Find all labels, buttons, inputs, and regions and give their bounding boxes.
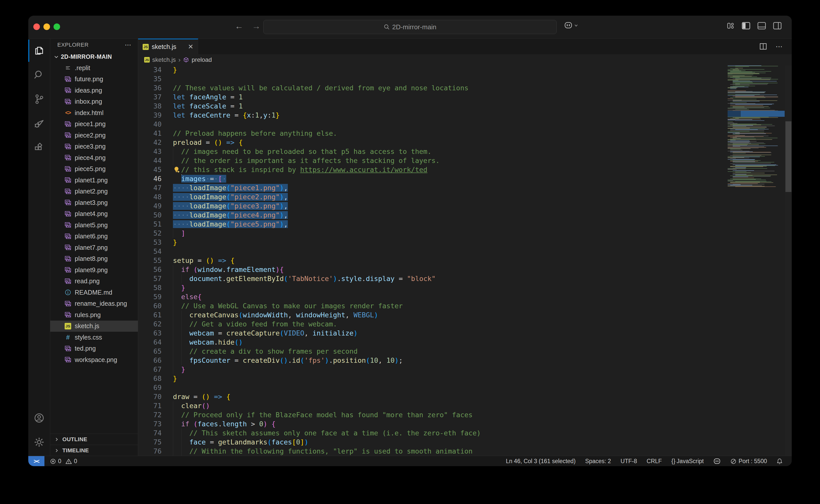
- code-line-50[interactable]: 50····loadImage("piece4.png"),: [138, 211, 792, 220]
- file-item-styles.css[interactable]: #styles.css: [50, 332, 138, 343]
- copilot-icon[interactable]: [713, 458, 721, 465]
- folder-root[interactable]: 2D-MIRROR-MAIN: [50, 51, 138, 62]
- file-item-inbox.png[interactable]: inbox.png: [50, 96, 138, 107]
- code-line-45[interactable]: 45 // this stack is inspired by https://…: [138, 165, 792, 174]
- file-item-workspace.png[interactable]: workspace.png: [50, 354, 138, 366]
- bell-icon[interactable]: [777, 458, 783, 465]
- back-arrow-icon[interactable]: ←: [235, 21, 244, 31]
- port-status[interactable]: Port : 5500: [730, 458, 767, 465]
- file-item-planet8.png[interactable]: planet8.png: [50, 253, 138, 265]
- file-item-planet3.png[interactable]: planet3.png: [50, 197, 138, 208]
- close-icon[interactable]: ✕: [188, 43, 193, 51]
- file-item-future.png[interactable]: future.png: [50, 74, 138, 85]
- code-line-76[interactable]: 76 // Within the following functions, "l…: [138, 447, 792, 456]
- file-item-index.html[interactable]: <>index.html: [50, 107, 138, 119]
- code-line-70[interactable]: 70draw = () => {: [138, 392, 792, 401]
- code-line-71[interactable]: 71 clear(): [138, 401, 792, 410]
- explorer-actions-icon[interactable]: ⋯: [125, 41, 132, 49]
- code-line-63[interactable]: 63 webcam = createCapture(VIDEO, initial…: [138, 329, 792, 338]
- scrollbar-slider[interactable]: [785, 121, 791, 192]
- code-viewport[interactable]: 34}3536// These values will be calculate…: [138, 65, 792, 456]
- code-line-53[interactable]: 53}: [138, 238, 792, 247]
- file-item-piece1.png[interactable]: piece1.png: [50, 119, 138, 130]
- toggle-primary-sidebar-icon[interactable]: [742, 22, 750, 30]
- code-line-57[interactable]: 57 document.getElementById('TabNotice').…: [138, 274, 792, 283]
- code-line-34[interactable]: 34}: [138, 65, 792, 74]
- file-item-piece4.png[interactable]: piece4.png: [50, 152, 138, 163]
- code-line-73[interactable]: 73 if (faces.length > 0) {: [138, 419, 792, 429]
- file-item-planet9.png[interactable]: planet9.png: [50, 264, 138, 276]
- file-item-planet2.png[interactable]: planet2.png: [50, 186, 138, 197]
- code-line-48[interactable]: 48····loadImage("piece2.png"),: [138, 192, 792, 202]
- file-item-ideas.png[interactable]: ideas.png: [50, 85, 138, 96]
- minimize-window-button[interactable]: [43, 23, 50, 30]
- code-line-74[interactable]: 74 // This sketch assumes only one face …: [138, 429, 792, 438]
- code-line-68[interactable]: 68}: [138, 374, 792, 383]
- editor-scrollbar[interactable]: [785, 65, 792, 456]
- code-line-36[interactable]: 36// These values will be calculated / d…: [138, 83, 792, 93]
- file-item-rules.png[interactable]: rules.png: [50, 309, 138, 321]
- code-line-72[interactable]: 72 // Proceed only if the BlazeFace mode…: [138, 410, 792, 419]
- file-item-read.png[interactable]: read.png: [50, 276, 138, 287]
- file-item-planet5.png[interactable]: planet5.png: [50, 219, 138, 231]
- editor-actions-icon[interactable]: ⋯: [776, 42, 783, 51]
- breadcrumb[interactable]: JS sketch.js › preload: [138, 54, 792, 65]
- activity-account[interactable]: [28, 406, 50, 430]
- activity-settings[interactable]: [28, 430, 50, 454]
- code-line-75[interactable]: 75 face = getLandmarks(faces[0]): [138, 438, 792, 447]
- indentation-status[interactable]: Spaces: 2: [585, 458, 611, 465]
- cursor-position-status[interactable]: Ln 46, Col 3 (161 selected): [506, 458, 575, 465]
- remote-indicator[interactable]: ><: [28, 456, 44, 466]
- code-line-38[interactable]: 38let faceScale = 1: [138, 102, 792, 111]
- code-line-46[interactable]: 46 images·=·[·: [138, 174, 792, 183]
- code-line-43[interactable]: 43 // images need to be preloaded so tha…: [138, 147, 792, 156]
- close-window-button[interactable]: [33, 23, 40, 30]
- breadcrumb-symbol[interactable]: preload: [191, 56, 212, 63]
- breadcrumb-file[interactable]: sketch.js: [152, 56, 176, 63]
- code-line-65[interactable]: 65 // create a div to show frames per se…: [138, 347, 792, 356]
- activity-search[interactable]: [28, 63, 50, 87]
- code-line-39[interactable]: 39let faceCentre = {x:1,y:1}: [138, 111, 792, 120]
- code-line-51[interactable]: 51····loadImage("piece5.png"),: [138, 220, 792, 229]
- code-line-62[interactable]: 62 // Get a video feed from the webcam.: [138, 320, 792, 329]
- code-line-60[interactable]: 60 // Use a WebGL Canvas to make our ima…: [138, 301, 792, 311]
- copilot-menu[interactable]: [564, 22, 578, 29]
- code-line-67[interactable]: 67 }: [138, 365, 792, 374]
- file-item-.replit[interactable]: .replit: [50, 62, 138, 74]
- code-line-58[interactable]: 58 }: [138, 283, 792, 292]
- file-item-planet1.png[interactable]: planet1.png: [50, 175, 138, 186]
- code-line-47[interactable]: 47····loadImage("piece1.png"),: [138, 183, 792, 192]
- file-item-rename_ideas.png[interactable]: rename_ideas.png: [50, 298, 138, 310]
- language-status[interactable]: { } JavaScript: [671, 458, 704, 465]
- code-line-52[interactable]: 52 ]: [138, 229, 792, 238]
- command-center-search[interactable]: 2D-mirror-main: [263, 20, 557, 34]
- problems-status[interactable]: 0 0: [50, 458, 77, 465]
- activity-explorer[interactable]: [28, 39, 50, 63]
- file-item-README.md[interactable]: README.md: [50, 287, 138, 298]
- code-line-54[interactable]: 54: [138, 247, 792, 256]
- code-line-55[interactable]: 55setup = () => {: [138, 256, 792, 265]
- minimap[interactable]: [728, 65, 785, 456]
- file-item-planet4.png[interactable]: planet4.png: [50, 208, 138, 220]
- code-line-42[interactable]: 42preload = () => {: [138, 138, 792, 147]
- code-line-49[interactable]: 49····loadImage("piece3.png"),: [138, 202, 792, 211]
- code-line-40[interactable]: 40: [138, 120, 792, 129]
- forward-arrow-icon[interactable]: →: [252, 21, 261, 31]
- tab-sketch-js[interactable]: JS sketch.js ✕: [138, 39, 198, 54]
- activity-run-debug[interactable]: [28, 111, 50, 135]
- code-line-69[interactable]: 69: [138, 383, 792, 392]
- eol-status[interactable]: CRLF: [647, 458, 662, 465]
- outline-section[interactable]: OUTLINE: [50, 434, 138, 445]
- file-item-piece5.png[interactable]: piece5.png: [50, 163, 138, 175]
- file-item-sketch.js[interactable]: JSsketch.js: [50, 321, 138, 332]
- code-line-66[interactable]: 66 fpsCounter = createDiv().id('fps').po…: [138, 356, 792, 365]
- lightbulb-icon[interactable]: [173, 166, 180, 174]
- timeline-section[interactable]: TIMELINE: [50, 445, 138, 456]
- split-editor-icon[interactable]: [759, 43, 767, 50]
- code-line-59[interactable]: 59 else{: [138, 292, 792, 301]
- file-item-piece2.png[interactable]: piece2.png: [50, 130, 138, 141]
- customize-layout-icon[interactable]: [727, 22, 735, 30]
- file-item-planet6.png[interactable]: planet6.png: [50, 231, 138, 242]
- code-line-44[interactable]: 44 // the order is important as it affec…: [138, 156, 792, 165]
- code-line-37[interactable]: 37let faceAngle = 1: [138, 93, 792, 102]
